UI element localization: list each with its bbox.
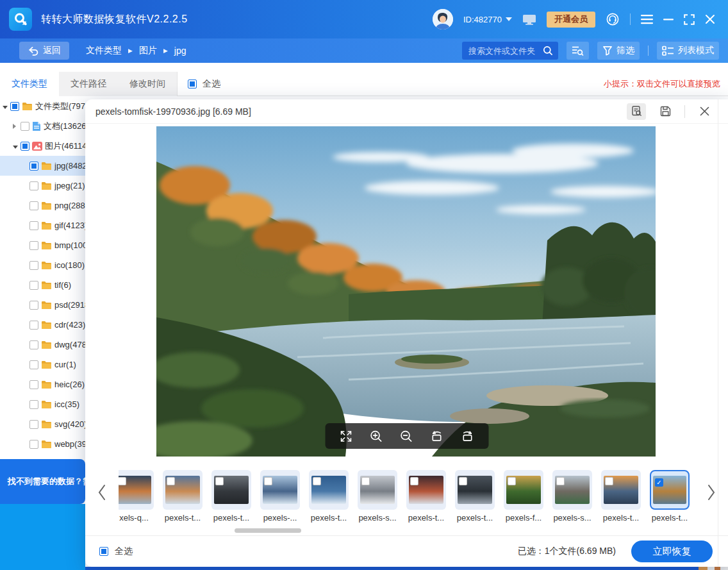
vip-upgrade-button[interactable]: 开通会员 xyxy=(547,12,595,28)
thumbnail-cell[interactable]: pexels-t... xyxy=(304,465,353,523)
tree-checkbox[interactable] xyxy=(29,360,38,369)
tree-checkbox[interactable] xyxy=(29,400,38,409)
thumbnail-tile[interactable] xyxy=(455,470,495,510)
thumbnail-checkbox[interactable] xyxy=(508,477,516,485)
tree-item[interactable]: cdr(423) xyxy=(0,315,85,335)
thumbnail-tile[interactable] xyxy=(358,470,397,510)
tree-item[interactable]: gif(4123) xyxy=(0,215,85,235)
tree-item[interactable]: webp(39) xyxy=(0,434,85,454)
tree-checkbox[interactable] xyxy=(29,241,38,250)
thumbnail-tile[interactable] xyxy=(406,470,446,510)
maximize-icon[interactable] xyxy=(684,14,695,25)
tree-item[interactable]: jpg(8482) xyxy=(0,156,85,176)
filter-button[interactable]: 筛选 xyxy=(597,42,640,60)
recover-now-button[interactable]: 立即恢复 xyxy=(631,541,713,562)
tree-item[interactable]: tif(6) xyxy=(0,275,85,295)
tree-checkbox[interactable] xyxy=(29,420,38,429)
select-all-bottom[interactable]: 全选 xyxy=(99,546,133,557)
tree-checkbox[interactable] xyxy=(29,201,38,210)
tab-modified-time[interactable]: 修改时间 xyxy=(118,72,177,96)
minimize-icon[interactable] xyxy=(663,14,674,24)
menu-icon[interactable] xyxy=(641,14,653,24)
tree-item[interactable]: heic(26) xyxy=(0,374,85,394)
tree-checkbox[interactable] xyxy=(29,321,38,330)
thumbnail-checkbox[interactable] xyxy=(556,477,565,485)
tree-checkbox[interactable] xyxy=(21,142,29,151)
thumbnail-tile[interactable] xyxy=(163,470,203,510)
thumbnail-tile[interactable] xyxy=(119,470,154,510)
tree-item[interactable]: jpeg(21) xyxy=(0,176,85,196)
promo-banner[interactable]: 找不到需要的数据？需 xyxy=(0,459,85,504)
thumbnail-checkbox[interactable] xyxy=(605,477,613,485)
thumbnail-checkbox[interactable] xyxy=(264,477,272,485)
rotate-left-icon[interactable] xyxy=(429,430,443,443)
select-all-checkbox[interactable] xyxy=(188,80,197,88)
thumbnail-tile[interactable] xyxy=(552,470,592,510)
breadcrumb-file-type[interactable]: 文件类型 xyxy=(86,45,122,56)
thumbnail-cell[interactable]: pexels-t... xyxy=(158,465,207,523)
thumbnail-cell[interactable]: pexels-... xyxy=(256,465,304,523)
tree-item[interactable]: svg(420) xyxy=(0,414,85,434)
close-preview-icon[interactable] xyxy=(695,103,714,120)
tree-checkbox[interactable] xyxy=(21,122,29,131)
tree-collapse-arrow-icon[interactable] xyxy=(13,121,19,131)
tree-checkbox[interactable] xyxy=(29,301,38,310)
tree-checkbox[interactable] xyxy=(29,380,38,389)
tree-expand-arrow-icon[interactable] xyxy=(13,141,19,151)
tree-expand-arrow-icon[interactable] xyxy=(3,101,9,111)
tree-checkbox[interactable] xyxy=(10,102,19,111)
select-all-checkbox[interactable] xyxy=(99,547,108,556)
thumbnail-cell[interactable]: pexels-t... xyxy=(451,465,499,523)
tree-item[interactable]: psd(2918) xyxy=(0,295,85,315)
tree-checkbox[interactable] xyxy=(29,440,38,449)
thumbnail-tile[interactable] xyxy=(211,470,251,510)
back-button[interactable]: 返回 xyxy=(19,42,69,60)
scroll-left-icon[interactable] xyxy=(94,482,110,503)
thumbnail-cell[interactable]: pexels-f... xyxy=(499,465,548,523)
thumbnail-checkbox[interactable] xyxy=(313,477,321,485)
tree-item[interactable]: 文件类型(79745 xyxy=(0,96,85,116)
thumbnail-cell[interactable]: pexels-t... xyxy=(402,465,451,523)
tab-file-path[interactable]: 文件路径 xyxy=(59,72,118,96)
thumbnail-cell[interactable]: pexels-t... xyxy=(597,465,645,523)
tree-checkbox[interactable] xyxy=(29,261,38,270)
deep-search-button[interactable] xyxy=(567,42,589,60)
thumbnail-cell[interactable]: xels-q... xyxy=(119,465,158,523)
thumbnail-tile[interactable] xyxy=(309,470,349,510)
thumbnail-cell[interactable]: pexels-s... xyxy=(353,465,402,523)
save-file-button[interactable] xyxy=(656,103,675,120)
thumbnail-tile[interactable]: ✓ xyxy=(650,470,690,510)
tree-checkbox[interactable] xyxy=(29,181,38,190)
tree-item[interactable]: 文档(13626) xyxy=(0,116,85,136)
list-mode-button[interactable]: 列表模式 xyxy=(657,42,719,60)
close-window-icon[interactable] xyxy=(705,14,715,24)
user-avatar[interactable] xyxy=(433,9,453,29)
thumbnail-checkbox[interactable] xyxy=(459,477,467,485)
tree-item[interactable]: dwg(478) xyxy=(0,335,85,355)
fit-screen-icon[interactable] xyxy=(339,430,352,443)
zoom-out-icon[interactable] xyxy=(399,430,413,443)
tree-item[interactable]: bmp(100) xyxy=(0,235,85,255)
tree-checkbox[interactable] xyxy=(29,221,38,230)
tab-file-type[interactable]: 文件类型 xyxy=(0,72,59,96)
user-id[interactable]: ID:482770 xyxy=(463,15,512,24)
breadcrumb-image[interactable]: 图片 xyxy=(139,45,157,56)
thumbnail-cell[interactable]: ✓ pexels-t... xyxy=(645,465,694,523)
thumbnail-cell[interactable]: pexels-s... xyxy=(548,465,597,523)
thumbnail-checkbox[interactable] xyxy=(167,477,175,485)
thumbnail-checkbox[interactable] xyxy=(215,477,224,485)
thumbnail-tile[interactable] xyxy=(601,470,641,510)
tree-checkbox[interactable] xyxy=(29,340,38,349)
horizontal-scrollbar[interactable] xyxy=(235,528,301,533)
rotate-right-icon[interactable] xyxy=(460,430,474,443)
tree-item[interactable]: cur(1) xyxy=(0,355,85,374)
file-detail-button[interactable] xyxy=(627,103,646,120)
customer-service-icon[interactable] xyxy=(606,12,620,26)
search-icon[interactable] xyxy=(543,46,553,56)
search-input[interactable] xyxy=(468,46,543,56)
thumbnail-tile[interactable] xyxy=(260,470,300,510)
thumbnail-checkbox[interactable] xyxy=(119,477,126,485)
zoom-in-icon[interactable] xyxy=(369,430,383,443)
tree-item[interactable]: 图片(46114) xyxy=(0,136,85,156)
monitor-icon[interactable] xyxy=(522,13,536,26)
